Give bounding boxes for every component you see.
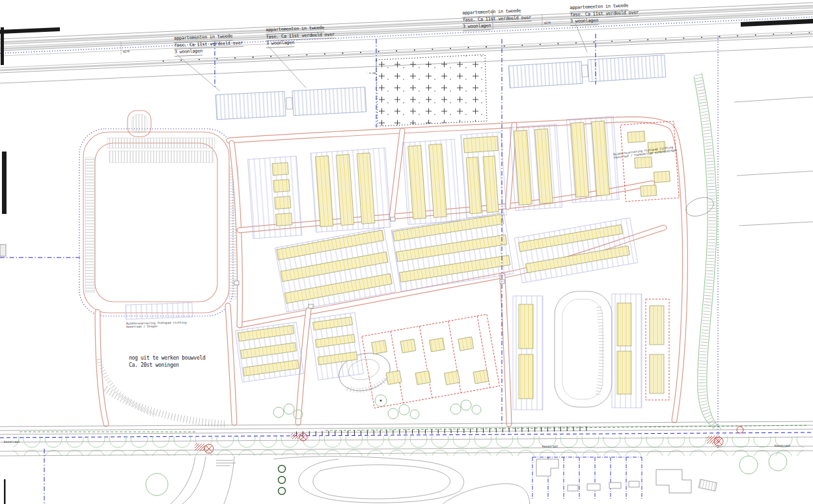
level-label: - 1.20	[366, 72, 376, 75]
apartment-parking-block-1	[215, 87, 366, 120]
note-apartments-3: appartementen in tweede fase. Ca 11st ve…	[462, 8, 532, 31]
dimension-label-1: 4270	[123, 49, 130, 53]
site-plan: 4270 4270 - 1.20	[0, 0, 813, 504]
bottom-road-keestraat	[0, 421, 813, 456]
note-bouwveld: nog uit te werken bouwveld Ca. 20st woni…	[129, 355, 205, 369]
left-margin-features	[0, 27, 7, 504]
site-plan-drawing: 4270 4270 - 1.20	[0, 0, 813, 504]
note-apartments-1: appartementen in tweede fase. Ca 11st ve…	[174, 33, 243, 57]
existing-buildings-right	[656, 470, 717, 493]
left-loop-parking	[79, 111, 238, 424]
dimension-label-2: 4270	[544, 21, 551, 25]
right-housing-court	[513, 291, 669, 410]
road-label-keestraat-center: Keestraat	[542, 445, 558, 448]
apartment-parking-block-2	[508, 55, 666, 88]
note-apartments-2: appartementen in tweede fase. Ca 11st ve…	[266, 25, 335, 48]
orchard-field	[376, 55, 487, 126]
note-fietspad-left: Ruimtereservering fietspad richting Kees…	[126, 321, 187, 328]
existing-wall-right	[741, 19, 813, 27]
existing-wall-left	[0, 27, 60, 34]
dike-band	[683, 73, 813, 429]
park-area	[44, 449, 787, 504]
street-trees	[273, 395, 481, 419]
road-label-keestraat-left: Keestraat	[4, 440, 20, 444]
parcel-block	[532, 457, 642, 499]
road-label-keestraat-right: Keestraat	[775, 444, 791, 447]
note-apartments-4: appartementen in tweede fase. Ca 11st ve…	[570, 3, 639, 26]
